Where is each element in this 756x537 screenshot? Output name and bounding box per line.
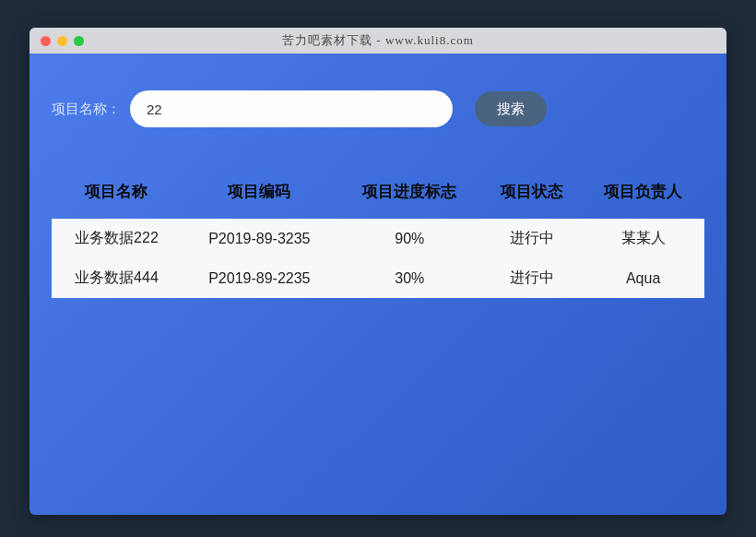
search-label: 项目名称： [52, 101, 121, 118]
search-input[interactable] [130, 90, 453, 127]
results-table-wrap: 项目名称 项目编码 项目进度标志 项目状态 项目负责人 业务数据222 P201… [52, 172, 704, 298]
col-header-status: 项目状态 [482, 172, 582, 219]
cell-progress: 30% [337, 258, 482, 298]
table-row: 业务数据444 P2019-89-2235 30% 进行中 Aqua [52, 258, 704, 298]
cell-name: 业务数据444 [52, 258, 182, 298]
search-row: 项目名称： 搜索 [52, 90, 704, 127]
content: 项目名称： 搜索 项目名称 项目编码 项目进度标志 项目状态 项目负责人 [30, 54, 726, 320]
cell-owner: 某某人 [582, 219, 704, 258]
cell-code: P2019-89-3235 [182, 219, 337, 258]
maximize-icon[interactable] [74, 36, 84, 46]
col-header-code: 项目编码 [182, 172, 337, 219]
titlebar: 苦力吧素材下载 - www.kuli8.com [30, 28, 726, 54]
search-button[interactable]: 搜索 [475, 91, 547, 126]
cell-name: 业务数据222 [52, 219, 182, 258]
cell-status: 进行中 [482, 219, 582, 258]
cell-status: 进行中 [482, 258, 582, 298]
traffic-lights [30, 36, 84, 46]
table-header-row: 项目名称 项目编码 项目进度标志 项目状态 项目负责人 [52, 172, 704, 219]
cell-owner: Aqua [582, 258, 704, 298]
cell-code: P2019-89-2235 [182, 258, 337, 298]
col-header-progress: 项目进度标志 [337, 172, 482, 219]
cell-progress: 90% [337, 219, 482, 258]
table-row: 业务数据222 P2019-89-3235 90% 进行中 某某人 [52, 219, 704, 258]
col-header-owner: 项目负责人 [582, 172, 704, 219]
app-window: 苦力吧素材下载 - www.kuli8.com 项目名称： 搜索 项目名称 项目… [30, 28, 726, 515]
results-table: 项目名称 项目编码 项目进度标志 项目状态 项目负责人 业务数据222 P201… [52, 172, 704, 298]
close-icon[interactable] [41, 36, 51, 46]
minimize-icon[interactable] [57, 36, 67, 46]
col-header-name: 项目名称 [52, 172, 182, 219]
window-title: 苦力吧素材下载 - www.kuli8.com [30, 32, 726, 49]
